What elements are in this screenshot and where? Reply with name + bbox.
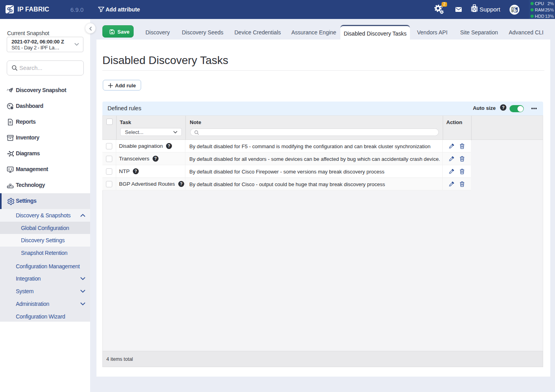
svg-text:?: ? (168, 144, 170, 148)
svg-text:?: ? (180, 182, 182, 186)
svg-text:?: ? (502, 105, 505, 110)
svg-text:?: ? (154, 156, 157, 161)
svg-text:?: ? (134, 169, 137, 173)
